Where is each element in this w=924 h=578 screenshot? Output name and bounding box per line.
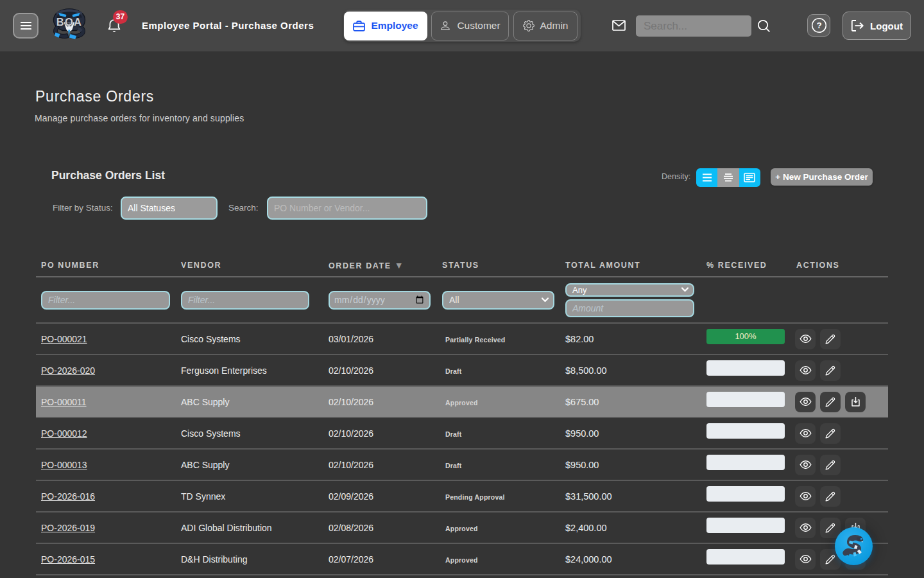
svg-text:?: ? — [816, 21, 821, 30]
svg-text:BOA: BOA — [56, 16, 82, 28]
